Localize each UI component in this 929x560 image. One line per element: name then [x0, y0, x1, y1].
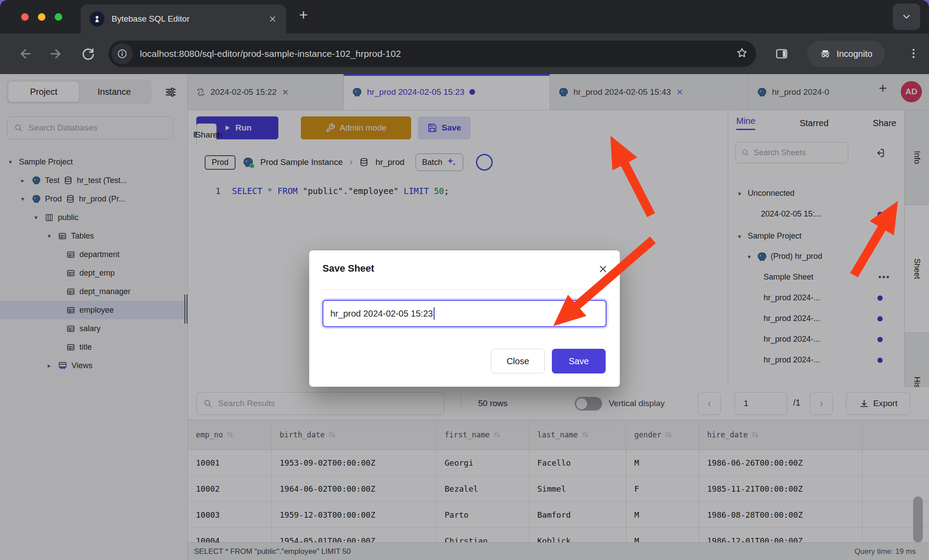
- text-cursor: [434, 307, 435, 320]
- close-button[interactable]: Close: [491, 349, 545, 373]
- chevron-down-icon: [901, 11, 912, 22]
- bytebase-favicon: [90, 11, 105, 26]
- dialog-close-icon[interactable]: [598, 264, 608, 274]
- tab-list-button[interactable]: [893, 4, 920, 30]
- browser-window: Bytebase SQL Editor + localhost:8080/sql…: [0, 0, 929, 560]
- sheet-name-input[interactable]: hr_prod 2024-02-05 15:23: [322, 300, 607, 327]
- forward-icon[interactable]: [49, 46, 64, 62]
- url-text: localhost:8080/sql-editor/prod-sample-in…: [140, 49, 401, 59]
- divider: [322, 289, 607, 290]
- star-icon: [736, 47, 748, 59]
- window-maximize-button[interactable]: [55, 13, 62, 21]
- browser-tab-strip: Bytebase SQL Editor +: [0, 0, 929, 34]
- desktop: Bytebase SQL Editor + localhost:8080/sql…: [0, 0, 929, 560]
- bytebase-sql-editor: Project Instance ▾ Sample Project ▸ Test: [0, 74, 929, 560]
- browser-tab[interactable]: Bytebase SQL Editor: [81, 4, 286, 34]
- reload-icon[interactable]: [80, 46, 95, 61]
- address-bar[interactable]: localhost:8080/sql-editor/prod-sample-in…: [109, 41, 756, 67]
- info-icon: [117, 49, 127, 59]
- browser-toolbar: localhost:8080/sql-editor/prod-sample-in…: [0, 34, 929, 74]
- window-close-button[interactable]: [21, 13, 29, 21]
- site-info-button[interactable]: [112, 43, 133, 64]
- window-minimize-button[interactable]: [38, 13, 45, 21]
- incognito-icon: [820, 48, 831, 60]
- browser-menu-icon[interactable]: [907, 47, 920, 60]
- incognito-badge: Incognito: [807, 41, 885, 67]
- tab-close-icon[interactable]: [268, 15, 277, 23]
- save-sheet-dialog: Save Sheet hr_prod 2024-02-05 15:23 Clos…: [309, 250, 620, 387]
- side-panel-icon[interactable]: [775, 47, 789, 61]
- browser-tab-title: Bytebase SQL Editor: [112, 14, 261, 24]
- dialog-title: Save Sheet: [322, 263, 374, 274]
- new-tab-button[interactable]: +: [299, 6, 308, 23]
- back-icon[interactable]: [17, 46, 33, 62]
- save-confirm-button[interactable]: Save: [552, 349, 606, 373]
- incognito-label: Incognito: [836, 49, 872, 59]
- bookmark-star-button[interactable]: [736, 47, 748, 61]
